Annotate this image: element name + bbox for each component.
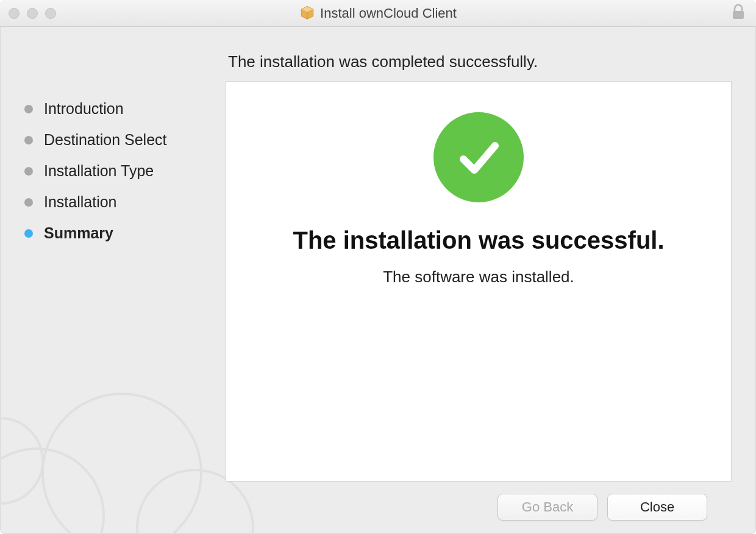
step-label: Summary — [44, 224, 113, 242]
button-row: Go Back Close — [226, 494, 732, 534]
step-introduction: Introduction — [24, 100, 213, 118]
close-button[interactable]: Close — [607, 494, 707, 521]
svg-rect-3 — [733, 11, 744, 19]
step-label: Installation Type — [44, 162, 154, 180]
bullet-icon — [24, 167, 33, 176]
panel-title: The installation was successful. — [293, 227, 664, 254]
bullet-icon — [24, 198, 33, 207]
window-controls — [9, 8, 56, 19]
bullet-icon — [24, 136, 33, 144]
minimize-window-button[interactable] — [27, 8, 38, 19]
main-panel: The installation was completed successfu… — [226, 27, 756, 534]
zoom-window-button[interactable] — [45, 8, 56, 19]
step-summary: Summary — [24, 224, 213, 242]
lock-icon[interactable] — [732, 4, 745, 23]
bullet-icon — [24, 105, 33, 113]
summary-panel: The installation was successful. The sof… — [226, 81, 732, 482]
content-area: Introduction Destination Select Installa… — [0, 27, 756, 534]
step-label: Installation — [44, 193, 117, 211]
title-wrap: Install ownCloud Client — [299, 4, 457, 23]
window-title: Install ownCloud Client — [320, 5, 457, 21]
step-installation-type: Installation Type — [24, 162, 213, 180]
close-window-button[interactable] — [9, 8, 20, 19]
package-icon — [299, 4, 315, 23]
steps-sidebar: Introduction Destination Select Installa… — [0, 27, 226, 534]
step-label: Destination Select — [44, 131, 167, 149]
step-installation: Installation — [24, 193, 213, 211]
bullet-icon — [24, 229, 33, 238]
installer-window: Install ownCloud Client Introduction — [0, 0, 756, 534]
step-label: Introduction — [44, 100, 124, 118]
panel-subtitle: The software was installed. — [383, 268, 574, 287]
step-destination-select: Destination Select — [24, 131, 213, 149]
success-checkmark-icon — [433, 112, 524, 202]
main-heading: The installation was completed successfu… — [228, 52, 732, 71]
titlebar: Install ownCloud Client — [0, 0, 756, 27]
go-back-button[interactable]: Go Back — [497, 494, 597, 521]
